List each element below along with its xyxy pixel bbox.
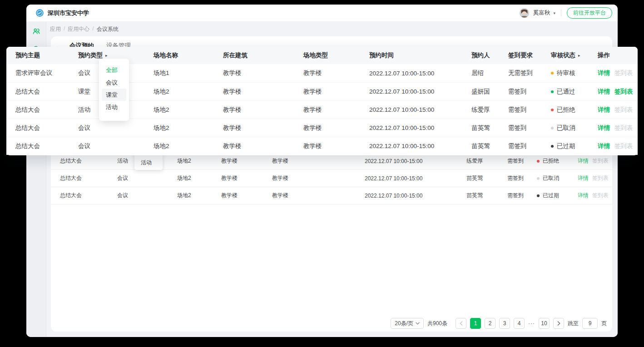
status-dot-icon — [551, 127, 554, 129]
cell-checkin: 需签到 — [507, 157, 537, 165]
user-avatar[interactable] — [520, 8, 529, 18]
cell-topic: 总结大会 — [15, 142, 78, 150]
status-cell: 已取消 — [537, 174, 578, 182]
dropdown-option[interactable]: 活动 — [102, 101, 126, 113]
sheet-link: 签到表 — [614, 106, 633, 114]
cell-checkin: 无需签到 — [508, 69, 551, 77]
cell-building: 教学楼 — [223, 88, 303, 96]
cell-building: 教学楼 — [223, 142, 303, 150]
breadcrumb-item[interactable]: 应用中心 — [68, 25, 89, 33]
cell-checkin: 需签到 — [508, 142, 551, 150]
dropdown-option[interactable]: 全部 — [102, 64, 126, 76]
cell-time: 2022.12.07 10:00-15:00 — [369, 88, 471, 95]
column-header-label: 预约人 — [471, 51, 490, 59]
prev-page-button[interactable] — [456, 318, 466, 329]
total-count: 共900条 — [427, 320, 447, 327]
page-button-4[interactable]: 4 — [514, 318, 525, 329]
page-button-10[interactable]: 10 — [539, 318, 550, 329]
column-header-9: 审核状态▸ — [551, 51, 598, 59]
page-button-3[interactable]: 3 — [499, 318, 510, 329]
ellipsis-pages[interactable]: ··· — [528, 320, 535, 327]
cell-venue: 场地2 — [154, 124, 223, 132]
users-icon[interactable] — [32, 27, 40, 35]
breadcrumb-item[interactable]: 应用 — [50, 25, 61, 33]
cell-topic: 总结大会 — [60, 157, 117, 165]
cell-venue: 场地1 — [154, 69, 223, 77]
school-name: 深圳市宝安中学 — [48, 9, 89, 17]
page-button-1[interactable]: 1 — [470, 318, 481, 329]
chevron-right-icon — [557, 321, 560, 326]
filter-caret-icon[interactable]: ▸ — [105, 53, 108, 58]
detail-link[interactable]: 详情 — [598, 142, 610, 150]
cell-building: 教学楼 — [221, 192, 272, 199]
status-dot-icon — [537, 194, 540, 197]
dropdown-option[interactable]: 会议 — [102, 76, 126, 89]
sheet-link: 签到表 — [592, 174, 609, 182]
open-platform-button[interactable]: 前往开放平台 — [567, 7, 612, 19]
jump-unit-label: 页 — [601, 320, 607, 327]
chevron-left-icon — [460, 321, 463, 326]
column-header-10: 操作 — [598, 51, 634, 59]
cell-time: 2022.12.07 10:00-15:00 — [365, 193, 466, 199]
table-row: 总结大会会议场地2教学楼教学楼2022.12.07 10:00-15:00苗英莺… — [6, 137, 638, 155]
cell-building: 教学楼 — [221, 174, 272, 182]
row-actions: 详情签到表 — [598, 142, 634, 150]
cell-building: 教学楼 — [221, 157, 272, 165]
next-page-button[interactable] — [553, 318, 564, 329]
chevron-down-icon — [416, 322, 420, 325]
cell-venue: 场地2 — [177, 192, 221, 199]
breadcrumb: 应用 / 应用中心 / 会议系统 — [50, 25, 119, 33]
column-header-label: 操作 — [598, 51, 610, 59]
cell-checkin: 需签到 — [508, 106, 551, 114]
status-dot-icon — [551, 72, 554, 74]
dropdown-option[interactable]: 活动 — [141, 159, 163, 167]
status-label: 已过期 — [557, 142, 575, 150]
page-button-2[interactable]: 2 — [485, 318, 495, 329]
detail-link[interactable]: 详情 — [598, 69, 610, 77]
column-header-6: 预约时间 — [369, 51, 471, 59]
column-header-label: 预约主题 — [15, 51, 40, 59]
status-label: 已取消 — [543, 174, 559, 182]
divider — [561, 10, 561, 16]
sheet-link[interactable]: 签到表 — [614, 88, 633, 96]
column-header-7: 预约人 — [471, 51, 508, 59]
user-menu-caret-icon[interactable]: ▾ — [553, 11, 555, 15]
table-row: 总结大会会议场地2教学楼教学楼2022.12.07 10:00-15:00苗英莺… — [51, 187, 612, 204]
cell-person: 练爱厚 — [466, 157, 507, 165]
detail-link[interactable]: 详情 — [578, 192, 589, 199]
cell-venue: 场地2 — [154, 142, 223, 150]
jump-label: 跳至 — [568, 320, 579, 327]
sheet-link: 签到表 — [592, 157, 609, 165]
column-header-1: 预约主题 — [15, 51, 78, 59]
cell-time: 2022.12.07 10:00-15:00 — [365, 175, 466, 182]
dropdown-option[interactable]: 课堂 — [102, 89, 126, 101]
column-header-label: 预约类型 — [78, 51, 103, 59]
detail-link[interactable]: 详情 — [598, 124, 610, 132]
status-cell: 已取消 — [551, 124, 598, 132]
cell-venue_type: 教学楼 — [303, 124, 369, 132]
sheet-link: 签到表 — [614, 124, 633, 132]
detail-link[interactable]: 详情 — [598, 88, 610, 96]
filter-caret-icon[interactable]: ▸ — [578, 53, 580, 58]
detail-link[interactable]: 详情 — [578, 157, 589, 165]
user-name[interactable]: 奚富秋 — [533, 9, 550, 17]
column-header-4: 所在建筑 — [223, 51, 303, 59]
column-header-5: 场地类型 — [303, 51, 369, 59]
status-label: 已拒绝 — [543, 157, 559, 165]
status-dot-icon — [537, 177, 540, 180]
detail-link[interactable]: 详情 — [598, 106, 610, 114]
cell-person: 苗英莺 — [471, 142, 508, 150]
detail-link[interactable]: 详情 — [578, 174, 589, 182]
page-size-select[interactable]: 20条/页 — [391, 318, 424, 329]
cell-building: 教学楼 — [223, 124, 303, 132]
cell-building: 教学楼 — [223, 106, 303, 114]
column-header-8: 签到要求 — [508, 51, 551, 59]
jump-page-input[interactable]: 9 — [582, 318, 598, 329]
top-bar: 深圳市宝安中学 奚富秋 ▾ 前往开放平台 — [26, 5, 618, 22]
cell-venue_type: 教学楼 — [272, 157, 365, 165]
breadcrumb-item-current: 会议系统 — [97, 25, 119, 33]
cell-venue_type: 教学楼 — [303, 142, 369, 150]
pagination: 20条/页 共900条 1234···10 跳至 9 页 — [391, 318, 607, 329]
column-header-label: 预约时间 — [369, 51, 394, 59]
cell-topic: 总结大会 — [60, 192, 117, 199]
